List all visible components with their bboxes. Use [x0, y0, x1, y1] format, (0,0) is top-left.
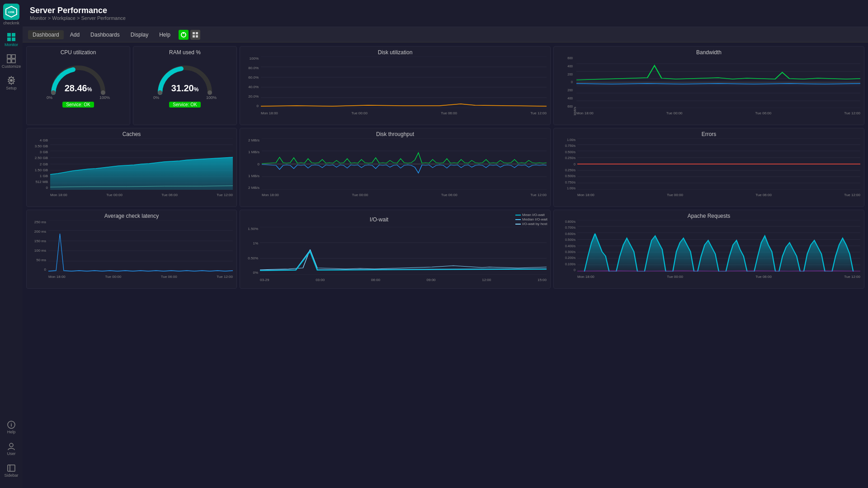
cpu-value: 28.46	[65, 83, 87, 93]
add-button[interactable]: Add	[66, 30, 84, 39]
svg-point-23	[101, 90, 105, 95]
sidebar-item-sidebar[interactable]: Sidebar	[1, 461, 21, 481]
svg-rect-20	[193, 35, 195, 38]
cpu-panel: CPU utilization 28.46% 0% 100%	[26, 46, 130, 125]
avg-latency-title: Average check latency	[29, 213, 234, 219]
errors-title: Errors	[557, 131, 861, 137]
sidebar-setup-label: Setup	[6, 86, 17, 90]
svg-rect-18	[193, 32, 195, 34]
svg-rect-6	[7, 55, 11, 58]
sidebar: cmk checkmk Monitor Customize Setup i He…	[0, 0, 23, 488]
logo: cmk	[3, 4, 19, 20]
svg-marker-49	[50, 157, 233, 190]
svg-rect-8	[7, 59, 11, 63]
dashboard-button[interactable]: Dashboard	[28, 30, 64, 39]
grid-view-icon[interactable]	[190, 30, 200, 40]
legend-median: Median I/O-wait	[515, 217, 547, 221]
bandwidth-panel: Bandwidth 6004002000200400600 kbit/s	[553, 46, 864, 125]
bandwidth-title: Bandwidth	[557, 49, 861, 56]
sidebar-user-label: User	[7, 451, 15, 456]
apache-panel: Apache Requests 0.800/s0.700/s0.600/s0.5…	[553, 210, 864, 289]
svg-rect-9	[12, 59, 15, 63]
sidebar-item-setup[interactable]: Setup	[1, 72, 21, 94]
svg-rect-5	[12, 38, 15, 41]
sidebar-help-label: Help	[7, 430, 16, 434]
svg-rect-19	[196, 32, 198, 34]
svg-text:i: i	[10, 422, 12, 427]
svg-rect-3	[12, 33, 15, 37]
dashboards-button[interactable]: Dashboards	[86, 30, 124, 39]
avg-latency-panel: Average check latency 250 ms200 ms150 ms…	[26, 210, 237, 289]
svg-rect-14	[8, 465, 15, 471]
sidebar-sidebar-label: Sidebar	[4, 473, 18, 478]
help-button[interactable]: Help	[155, 30, 175, 39]
caches-title: Caches	[29, 131, 234, 137]
svg-point-24	[158, 90, 162, 95]
toolbar: Dashboard Add Dashboards Display Help	[23, 27, 868, 42]
page-header: Server Performance Monitor > Workplace >…	[23, 0, 868, 27]
svg-rect-21	[196, 35, 198, 38]
display-button[interactable]: Display	[126, 30, 153, 39]
svg-point-22	[51, 90, 56, 95]
apache-title: Apache Requests	[557, 213, 861, 219]
disk-throughput-title: Disk throughput	[243, 131, 547, 137]
app-name-label: checkmk	[3, 21, 19, 25]
sidebar-item-customize[interactable]: Customize	[1, 51, 21, 72]
disk-util-panel: Disk utilization 100%80.0%60.0%40.0%20.0…	[240, 46, 551, 125]
breadcrumb: Monitor > Workplace > Server Performance	[30, 15, 126, 21]
io-wait-title: I/O-wait	[243, 216, 515, 223]
sidebar-item-user[interactable]: User	[1, 439, 21, 459]
disk-util-title: Disk utilization	[243, 49, 547, 56]
legend-host: I/O-wait by host	[515, 222, 547, 226]
ram-unit: %	[194, 86, 199, 93]
ram-status: Service: OK	[169, 102, 200, 108]
sidebar-customize-label: Customize	[2, 64, 21, 69]
svg-rect-2	[7, 33, 11, 37]
main-content: CPU utilization 28.46% 0% 100%	[23, 42, 868, 488]
ram-panel: RAM used % 31.20% 0% 100% Service: OK	[133, 46, 237, 125]
disk-throughput-panel: Disk throughput 2 MB/s1 MB/s01 MB/s2 MB/…	[240, 128, 551, 207]
errors-panel: Errors 1.00/s0.750/s0.500/s0.250/s00.250…	[553, 128, 864, 207]
svg-rect-7	[12, 55, 15, 58]
ram-value: 31.20	[171, 83, 194, 93]
svg-point-25	[208, 90, 212, 95]
green-toggle-icon[interactable]	[179, 30, 189, 40]
sidebar-monitor-label: Monitor	[5, 42, 18, 47]
page-title: Server Performance	[30, 6, 126, 15]
legend-mean: Mean I/O-wait	[515, 213, 547, 217]
svg-text:cmk: cmk	[8, 10, 14, 14]
sidebar-item-monitor[interactable]: Monitor	[1, 29, 21, 51]
io-wait-panel: I/O-wait Mean I/O-wait Median I/O-wait I…	[240, 210, 551, 289]
svg-point-10	[10, 79, 13, 82]
sidebar-item-help[interactable]: i Help	[1, 418, 21, 437]
caches-panel: Caches 4 GB3.50 GB3 GB2.50 GB2 GB1.50 GB…	[26, 128, 237, 207]
ram-panel-title: RAM used %	[169, 49, 201, 56]
svg-rect-4	[7, 38, 11, 41]
cpu-status: Service: OK	[62, 102, 94, 108]
cpu-panel-title: CPU utilization	[61, 49, 96, 56]
cpu-unit: %	[87, 86, 92, 93]
svg-point-13	[9, 443, 13, 447]
